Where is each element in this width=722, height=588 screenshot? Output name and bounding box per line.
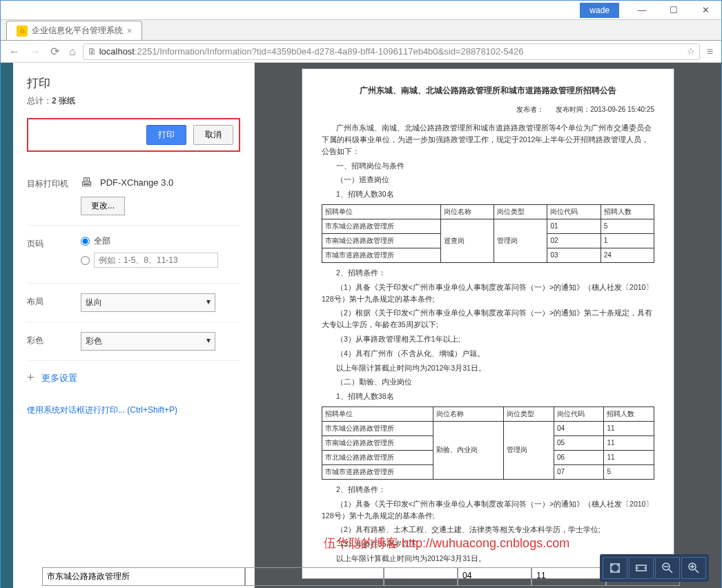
section-pages: 页码 全部 (27, 226, 240, 284)
minimize-button[interactable]: — (626, 1, 658, 20)
pages-all-radio[interactable] (81, 237, 90, 246)
pages-range-input[interactable] (94, 253, 218, 268)
tab-close-icon[interactable]: × (127, 26, 132, 36)
close-button[interactable]: ✕ (690, 1, 721, 20)
print-sidebar: 打印 总计：2 张纸 打印 取消 目标打印机 🖶 PDF-XChange 3.0… (13, 63, 255, 588)
maximize-button[interactable]: ☐ (658, 1, 690, 20)
titlebar: wade — ☐ ✕ (1, 1, 721, 20)
chevron-down-icon: ▾ (206, 335, 211, 347)
print-button[interactable]: 打印 (146, 125, 186, 145)
forward-icon[interactable]: → (27, 46, 43, 58)
tab-bar: ♘ 企业信息化平台管理系统 × (1, 20, 721, 41)
section-color: 彩色 彩色▾ (27, 322, 240, 361)
printer-icon: 🖶 (81, 175, 93, 190)
user-badge: wade (580, 3, 619, 18)
plus-icon: + (27, 371, 35, 385)
print-title: 打印 (27, 75, 240, 91)
action-row: 打印 取消 (27, 118, 240, 152)
table-2: 招聘单位岗位名称岗位类型岗位代码招聘人数 市东城公路路政管理所勤验、内业岗管理岗… (322, 406, 654, 480)
pages-range-radio[interactable] (81, 256, 90, 265)
page-icon: 🗎 (88, 46, 97, 57)
color-select[interactable]: 彩色▾ (81, 332, 215, 351)
background-row: 市东城公路路政管理所 04 11 (42, 567, 680, 586)
browser-tab[interactable]: ♘ 企业信息化平台管理系统 × (6, 21, 142, 40)
doc-meta: 发布者： 发布时间：2013-09-26 15:40:25 (322, 104, 654, 115)
address-bar: ← → ⟳ ⌂ 🗎 localhost:2251/Information/Inf… (1, 41, 721, 63)
zoom-out-icon[interactable] (655, 557, 680, 579)
star-icon[interactable]: ☆ (687, 46, 695, 57)
back-icon[interactable]: ← (6, 46, 23, 58)
watermark: 伍华聪的博客 http://wuhuacong.cnblogs.com (324, 535, 569, 551)
url-input[interactable]: 🗎 localhost:2251/Information/Information… (83, 43, 700, 60)
more-settings[interactable]: + 更多设置 (27, 361, 240, 395)
section-destination: 目标打印机 🖶 PDF-XChange 3.0 更改... (27, 166, 240, 226)
preview-area: 广州东城、南城、北城公路路政管理所和城市道路路政管理所招聘公告 发布者： 发布时… (255, 63, 721, 588)
cancel-button[interactable]: 取消 (193, 125, 233, 145)
app-strip (1, 63, 13, 588)
fit-width-icon[interactable] (629, 557, 654, 579)
preview-toolbar (600, 554, 709, 582)
print-preview-page: 广州东城、南城、北城公路路政管理所和城市道路路政管理所招聘公告 发布者： 发布时… (302, 68, 674, 579)
printer-row: 🖶 PDF-XChange 3.0 (81, 175, 240, 190)
layout-select[interactable]: 纵向▾ (81, 293, 215, 312)
menu-icon[interactable]: ≡ (704, 46, 716, 58)
favicon-icon: ♘ (17, 26, 28, 37)
change-printer-button[interactable]: 更改... (81, 197, 125, 215)
reload-icon[interactable]: ⟳ (48, 45, 62, 58)
fit-page-icon[interactable] (603, 557, 627, 579)
table-1: 招聘单位岗位名称岗位类型岗位代码招聘人数 市东城公路路政管理所巡查岗管理岗015… (322, 204, 654, 263)
chevron-down-icon: ▾ (206, 297, 211, 308)
section-layout: 布局 纵向▾ (27, 284, 240, 322)
system-dialog-link[interactable]: 使用系统对话框进行打印... (Ctrl+Shift+P) (27, 395, 240, 426)
doc-title: 广州东城、南城、北城公路路政管理所和城市道路路政管理所招聘公告 (322, 84, 654, 97)
zoom-in-icon[interactable] (681, 557, 706, 579)
print-summary: 总计：2 张纸 (27, 95, 240, 107)
tab-title: 企业信息化平台管理系统 (32, 25, 123, 37)
home-icon[interactable]: ⌂ (66, 46, 79, 58)
